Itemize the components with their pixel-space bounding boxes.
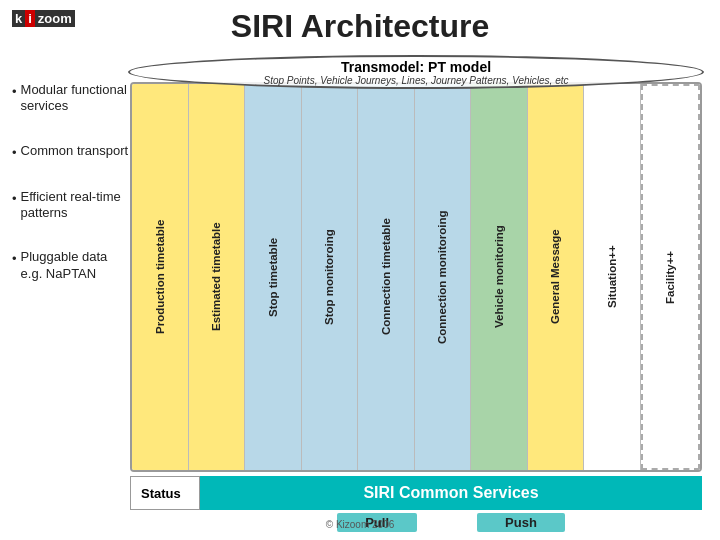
col-connection-monitoring: Connection monitoroing: [415, 84, 472, 470]
status-bar: Status SIRI Common Services: [130, 476, 702, 510]
copyright: © Kizoom 2006: [0, 519, 720, 530]
columns: Production timetable Estimated timetable…: [132, 84, 700, 470]
bullet-dot-1: •: [12, 84, 17, 100]
col-label-connection-monitoring: Connection monitoroing: [436, 84, 448, 470]
bullet-dot-3: •: [12, 191, 17, 207]
col-label-connection-timetable: Connection timetable: [380, 84, 392, 470]
col-estimated-timetable: Estimated timetable: [189, 84, 246, 470]
diagram-area: Production timetable Estimated timetable…: [130, 82, 702, 472]
col-label-general-message: General Message: [549, 84, 561, 470]
transmodel-ellipse: Transmodel: PT model Stop Points, Vehicl…: [128, 55, 704, 89]
status-label: Status: [130, 476, 200, 510]
transmodel-subtitle: Stop Points, Vehicle Journeys, Lines, Jo…: [264, 75, 569, 86]
bullet-dot-4: •: [12, 251, 17, 267]
transmodel-title: Transmodel: PT model: [341, 59, 491, 75]
col-connection-timetable: Connection timetable: [358, 84, 415, 470]
bullet-modular: • Modular functional services: [12, 82, 130, 115]
bullet-dot-2: •: [12, 145, 17, 161]
col-label-vehicle-monitoring: Vehicle monitoring: [493, 84, 505, 470]
col-stop-monitoring: Stop monitoroing: [302, 84, 359, 470]
col-label-situation: Situation++: [606, 84, 618, 470]
col-label-stop-monitoring: Stop monitoroing: [323, 84, 335, 470]
col-vehicle-monitoring: Vehicle monitoring: [471, 84, 528, 470]
col-situation: Situation++: [584, 84, 641, 470]
col-label-production: Production timetable: [154, 84, 166, 470]
bullet-pluggable: • Pluggable data e.g. NaPTAN: [12, 249, 130, 282]
bullet-list: • Modular functional services • Common t…: [12, 82, 130, 310]
col-label-stop-timetable: Stop timetable: [267, 84, 279, 470]
siri-common-services: SIRI Common Services: [200, 476, 702, 510]
col-label-facility: Facility++: [664, 86, 676, 468]
col-facility: Facility++: [641, 84, 701, 470]
col-stop-timetable: Stop timetable: [245, 84, 302, 470]
page-title: SIRI Architecture: [0, 8, 720, 45]
col-label-estimated: Estimated timetable: [210, 84, 222, 470]
bullet-common: • Common transport: [12, 143, 130, 161]
col-production-timetable: Production timetable: [132, 84, 189, 470]
col-general-message: General Message: [528, 84, 585, 470]
bullet-efficient: • Efficient real-time patterns: [12, 189, 130, 222]
